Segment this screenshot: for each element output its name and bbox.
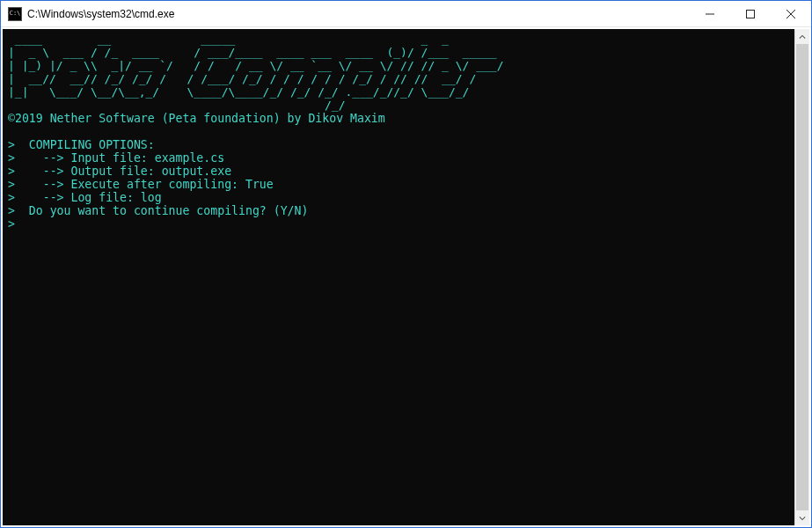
console-line: > Do you want to continue compiling? (Y/…: [8, 204, 308, 217]
window-title: C:\Windows\system32\cmd.exe: [27, 8, 690, 20]
console-line: > COMPILING OPTIONS:: [8, 138, 155, 151]
scroll-down-button[interactable]: [795, 510, 809, 525]
scroll-track[interactable]: [795, 44, 809, 510]
scroll-up-button[interactable]: [795, 29, 809, 44]
cmd-icon: C:\: [8, 7, 22, 21]
maximize-button[interactable]: [730, 1, 771, 27]
console-line: > --> Log file: log: [8, 191, 162, 204]
titlebar: C:\ C:\Windows\system32\cmd.exe: [1, 1, 811, 27]
vertical-scrollbar[interactable]: [794, 29, 809, 525]
scroll-thumb[interactable]: [796, 44, 808, 510]
svg-rect-1: [747, 10, 755, 18]
console-line: > --> Input file: example.cs: [8, 151, 224, 165]
close-button[interactable]: [771, 1, 811, 27]
console-line: >: [8, 217, 15, 231]
ascii-art-banner: ____ __ _____ _ _ | _ \ ___ / /_ ____ / …: [8, 33, 504, 112]
console-line: > --> Execute after compiling: True: [8, 178, 274, 191]
copyright-line: ©2019 Nether Software (Peta foundation) …: [8, 112, 385, 125]
client-area: ____ __ _____ _ _ | _ \ ___ / /_ ____ / …: [1, 27, 811, 527]
minimize-button[interactable]: [690, 1, 730, 27]
console-output[interactable]: ____ __ _____ _ _ | _ \ ___ / /_ ____ / …: [3, 29, 794, 525]
console-wrap: ____ __ _____ _ _ | _ \ ___ / /_ ____ / …: [3, 29, 809, 525]
console-line: > --> Output file: output.exe: [8, 165, 231, 178]
